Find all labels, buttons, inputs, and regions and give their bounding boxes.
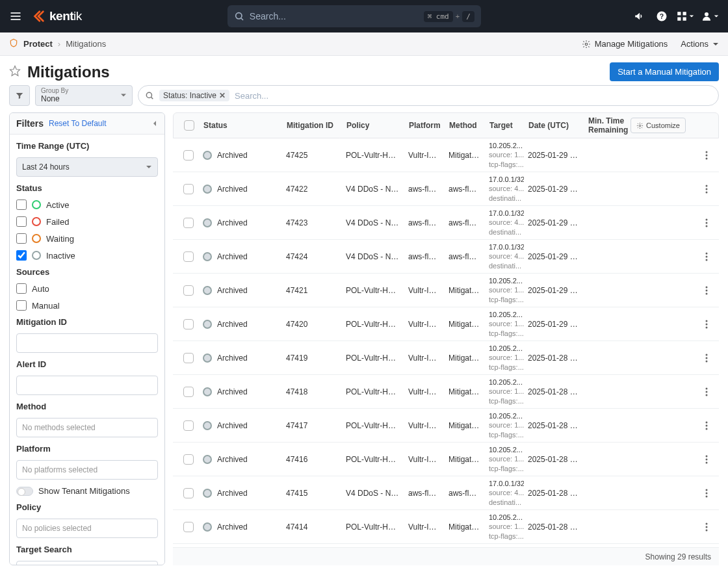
group-by-select[interactable]: Group By None (35, 85, 133, 106)
cell-id: 47415 (282, 489, 342, 498)
reset-filters-link[interactable]: Reset To Default (49, 119, 107, 128)
row-checkbox[interactable] (183, 251, 194, 262)
row-checkbox[interactable] (183, 218, 194, 228)
col-method[interactable]: Method (445, 121, 486, 130)
row-checkbox[interactable] (183, 454, 194, 465)
row-checkbox[interactable] (183, 522, 194, 532)
brand-logo[interactable]: kentik (31, 9, 82, 23)
select-all-checkbox[interactable] (184, 120, 194, 131)
status-failed-checkbox[interactable]: Failed (16, 216, 158, 227)
announce-icon[interactable] (632, 8, 647, 24)
row-actions-menu[interactable] (699, 185, 714, 194)
col-date[interactable]: Date (UTC) (525, 121, 584, 130)
start-manual-mitigation-button[interactable]: Start a Manual Mitigation (610, 62, 719, 81)
row-checkbox[interactable] (183, 387, 194, 397)
svg-rect-7 (677, 12, 681, 15)
col-policy[interactable]: Policy (343, 121, 405, 130)
help-icon[interactable]: ? (654, 8, 670, 24)
status-dot-archived (203, 387, 212, 396)
filter-chip-status[interactable]: Status: Inactive ✕ (159, 90, 229, 101)
collapse-filters-icon[interactable] (151, 119, 158, 129)
tenant-mitigations-toggle[interactable] (16, 487, 33, 496)
query-bar[interactable]: Status: Inactive ✕ (138, 85, 719, 106)
col-id[interactable]: Mitigation ID (283, 121, 343, 130)
user-menu[interactable] (701, 10, 719, 22)
col-target[interactable]: Target (486, 121, 525, 130)
alert-id-input[interactable] (16, 376, 158, 395)
time-range-select[interactable]: Last 24 hours (16, 157, 158, 177)
col-status[interactable]: Status (200, 121, 283, 130)
table-row[interactable]: Archived 47417 POL-Vultr-HTTP-80 Vultr-I… (173, 409, 719, 443)
manage-mitigations-link[interactable]: Manage Mitigations (582, 39, 668, 49)
row-actions-menu[interactable] (699, 421, 714, 430)
table-scroll[interactable]: Status Mitigation ID Policy Platform Met… (173, 112, 719, 547)
global-search-input[interactable] (250, 11, 419, 21)
cell-policy: V4 DDoS - Non-refl (342, 185, 404, 194)
cell-platform: Vultr-ISP-... (404, 320, 445, 329)
row-checkbox[interactable] (183, 353, 194, 363)
kbd-hint: ⌘ cmd + / (424, 11, 474, 22)
table-row[interactable]: Archived 47420 POL-Vultr-HTTP-80 Vultr-I… (173, 307, 719, 341)
target-search-input[interactable] (16, 561, 158, 565)
sources-manual-checkbox[interactable]: Manual (16, 300, 158, 311)
row-actions-menu[interactable] (699, 218, 714, 227)
row-actions-menu[interactable] (699, 354, 714, 363)
row-actions-menu[interactable] (699, 489, 714, 498)
svg-point-12 (585, 43, 588, 45)
row-checkbox[interactable] (183, 488, 194, 498)
status-active-checkbox[interactable]: Active (16, 199, 158, 210)
time-range-label: Time Range (UTC) (16, 141, 158, 151)
row-actions-menu[interactable] (699, 286, 714, 295)
table-row[interactable]: Archived 47415 V4 DDoS - Non-refl aws-fl… (173, 476, 719, 510)
platform-input[interactable] (16, 460, 158, 480)
table-row[interactable]: Archived 47419 POL-Vultr-HTTP-80 Vultr-I… (173, 341, 719, 375)
table-row[interactable]: Archived 47418 POL-Vultr-HTTP-80 Vultr-I… (173, 375, 719, 409)
favorite-star-icon[interactable] (9, 65, 21, 79)
chip-remove-icon[interactable]: ✕ (219, 91, 226, 100)
row-checkbox[interactable] (183, 184, 194, 194)
cell-status: Archived (199, 387, 282, 396)
table-row[interactable]: Archived 47424 V4 DDoS - Non-refl aws-fl… (173, 240, 719, 274)
row-checkbox[interactable] (183, 319, 194, 329)
cell-date: 2025-01-28 22:16 (524, 387, 584, 396)
table-row[interactable]: Archived 47422 V4 DDoS - Non-refl aws-fl… (173, 172, 719, 206)
status-inactive-checkbox[interactable]: Inactive (16, 250, 158, 261)
policy-input[interactable] (16, 519, 158, 538)
row-checkbox[interactable] (183, 285, 194, 296)
status-dot-waiting (32, 234, 41, 243)
table-row[interactable]: Archived 47416 POL-Vultr-HTTP-80 Vultr-I… (173, 443, 719, 476)
table-row[interactable]: Archived 47421 POL-Vultr-HTTP-80 Vultr-I… (173, 274, 719, 307)
global-search[interactable]: ⌘ cmd + / (228, 5, 481, 27)
row-actions-menu[interactable] (699, 387, 714, 396)
crumb-root[interactable]: Protect (23, 39, 53, 49)
mitigation-id-input[interactable] (16, 333, 158, 353)
sources-auto-checkbox[interactable]: Auto (16, 283, 158, 294)
cell-date: 2025-01-28 20:07 (524, 489, 584, 498)
row-actions-menu[interactable] (699, 522, 714, 532)
apps-menu[interactable] (676, 10, 694, 22)
row-checkbox[interactable] (183, 150, 194, 161)
row-actions-menu[interactable] (699, 252, 714, 261)
table-row[interactable]: Archived 47425 POL-Vultr-HTTP-80 Vultr-I… (173, 138, 719, 172)
row-actions-menu[interactable] (699, 455, 714, 464)
cell-platform: Vultr-ISP-... (404, 522, 445, 532)
query-input[interactable] (235, 91, 712, 101)
hamburger-menu[interactable] (9, 10, 22, 23)
row-checkbox[interactable] (183, 420, 194, 431)
col-platform[interactable]: Platform (405, 121, 445, 130)
row-actions-menu[interactable] (699, 320, 714, 329)
row-actions-menu[interactable] (699, 151, 714, 160)
svg-line-15 (151, 97, 153, 99)
page-title: Mitigations (27, 63, 110, 81)
svg-marker-13 (10, 66, 20, 76)
table-row[interactable]: Archived 47423 V4 DDoS - Non-refl aws-fl… (173, 206, 719, 240)
filter-toggle-button[interactable] (9, 85, 30, 106)
actions-menu[interactable]: Actions (681, 39, 719, 49)
col-min[interactable]: Min. Time Remaining (584, 116, 630, 135)
method-input[interactable] (16, 418, 158, 437)
table-row[interactable]: Archived 47414 POL-Vultr-HTTP-80 Vultr-I… (173, 510, 719, 544)
grid-icon (676, 10, 688, 22)
cell-date: 2025-01-29 02:07 (524, 185, 584, 194)
status-waiting-checkbox[interactable]: Waiting (16, 233, 158, 244)
customize-columns-button[interactable]: Customize (630, 118, 686, 133)
